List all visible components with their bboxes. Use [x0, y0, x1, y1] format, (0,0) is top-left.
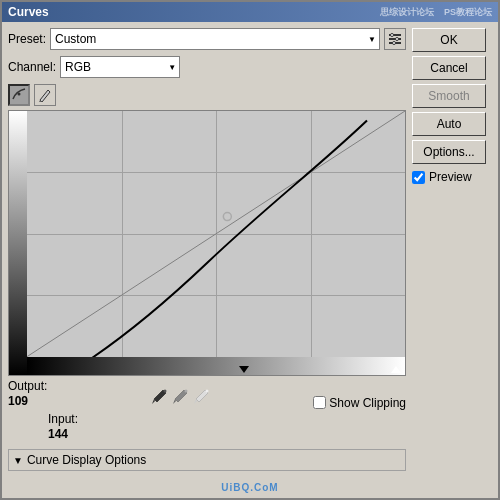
preset-label: Preset: — [8, 32, 46, 46]
watermark1: 思综设计论坛 — [380, 6, 434, 19]
svg-point-5 — [393, 42, 396, 45]
left-panel: Preset: Custom — [8, 28, 406, 471]
dialog-title: Curves — [8, 5, 49, 19]
preset-settings-icon[interactable] — [384, 28, 406, 50]
svg-point-9 — [164, 389, 167, 392]
title-bar: Curves 思综设计论坛 PS教程论坛 — [2, 2, 498, 22]
show-clipping-label: Show Clipping — [329, 396, 406, 410]
svg-point-11 — [206, 389, 209, 392]
output-value: 109 — [8, 394, 47, 410]
cancel-button[interactable]: Cancel — [412, 56, 486, 80]
curve-svg — [27, 111, 405, 357]
input-section: Input: 144 — [48, 412, 406, 443]
curve-tool-btn[interactable] — [8, 84, 30, 106]
settings-icon — [388, 32, 402, 46]
right-panel: OK Cancel Smooth Auto Options... Preview — [412, 28, 492, 471]
white-point-marker[interactable] — [391, 366, 401, 373]
preview-row: Preview — [412, 170, 492, 184]
preset-select-wrapper: Custom — [50, 28, 380, 50]
options-button[interactable]: Options... — [412, 140, 486, 164]
white-eyedropper-icon[interactable] — [192, 388, 210, 410]
channel-label: Channel: — [8, 60, 56, 74]
channel-select[interactable]: RGB — [60, 56, 180, 78]
auto-button[interactable]: Auto — [412, 112, 486, 136]
show-clipping-row: Show Clipping — [313, 396, 406, 410]
svg-point-10 — [185, 389, 188, 392]
preview-checkbox[interactable] — [412, 171, 425, 184]
svg-point-8 — [223, 213, 231, 221]
watermark-bottom: UiBQ.CoM — [8, 480, 492, 495]
channel-row: Channel: RGB — [8, 56, 406, 78]
curve-container[interactable] — [8, 110, 406, 376]
values-row: Output: 109 — [8, 379, 406, 410]
pencil-tool-icon — [37, 87, 53, 103]
svg-line-7 — [27, 111, 405, 357]
smooth-button[interactable]: Smooth — [412, 84, 486, 108]
svg-point-6 — [18, 93, 21, 96]
svg-point-4 — [396, 38, 399, 41]
input-marker[interactable] — [239, 366, 249, 373]
ok-button[interactable]: OK — [412, 28, 486, 52]
watermark2: PS教程论坛 — [444, 6, 492, 19]
pencil-tool-btn[interactable] — [34, 84, 56, 106]
input-gradient — [27, 357, 405, 375]
curve-tools — [8, 84, 406, 106]
channel-select-wrapper: RGB — [60, 56, 180, 78]
expand-icon[interactable]: ▼ — [13, 455, 23, 466]
input-row: Input: 144 — [48, 412, 406, 443]
eyedroppers-row — [55, 388, 305, 410]
curve-area: Output: 109 — [8, 110, 406, 443]
black-eyedropper-icon[interactable] — [150, 388, 168, 410]
output-label: Output: — [8, 379, 47, 395]
output-section: Output: 109 — [8, 379, 47, 410]
curves-dialog: Curves 思综设计论坛 PS教程论坛 Preset: Custom — [0, 0, 500, 500]
preview-label: Preview — [429, 170, 472, 184]
grid-area — [27, 111, 405, 357]
show-clipping-checkbox[interactable] — [313, 396, 326, 409]
curve-display-row: ▼ Curve Display Options — [8, 449, 406, 471]
curve-tool-icon — [11, 87, 27, 103]
preset-select[interactable]: Custom — [50, 28, 380, 50]
svg-point-3 — [391, 34, 394, 37]
watermark-top: 思综设计论坛 PS教程论坛 — [380, 6, 492, 19]
input-value: 144 — [48, 427, 406, 443]
curve-display-label: Curve Display Options — [27, 453, 146, 467]
preset-row: Preset: Custom — [8, 28, 406, 50]
input-label: Input: — [48, 412, 406, 428]
bottom-bar: UiBQ.CoM — [2, 477, 498, 498]
dialog-body: Preset: Custom — [2, 22, 498, 477]
gray-eyedropper-icon[interactable] — [171, 388, 189, 410]
output-gradient — [9, 111, 27, 375]
